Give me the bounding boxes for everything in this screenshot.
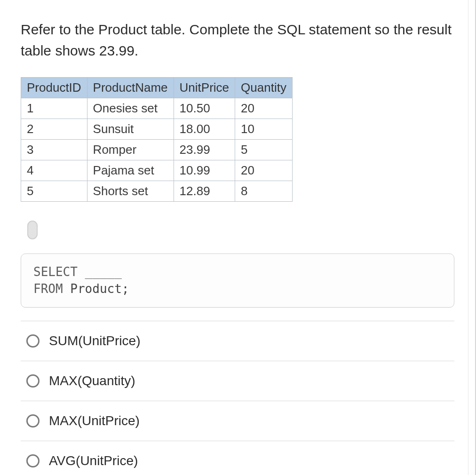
- cell: Pajama set: [87, 160, 174, 181]
- option-max-unitprice[interactable]: MAX(UnitPrice): [21, 401, 454, 441]
- product-table: ProductID ProductName UnitPrice Quantity…: [21, 77, 293, 202]
- cell: 18.00: [174, 119, 235, 140]
- cell: 20: [235, 98, 293, 119]
- question-text: Refer to the Product table. Complete the…: [21, 19, 454, 61]
- scroll-thumb-icon: [27, 221, 38, 239]
- cell: 5: [235, 140, 293, 160]
- radio-icon: [26, 414, 40, 428]
- sql-code-block: SELECT _____ FROM Product;: [21, 253, 454, 308]
- cell: 1: [21, 98, 87, 119]
- option-label: MAX(UnitPrice): [49, 413, 140, 428]
- sql-keyword-select: SELECT: [33, 265, 78, 279]
- table-row: 5 Shorts set 12.89 8: [21, 181, 293, 202]
- col-productname: ProductName: [87, 78, 174, 98]
- table-row: 3 Romper 23.99 5: [21, 140, 293, 160]
- cell: 8: [235, 181, 293, 202]
- sql-rest: Product;: [63, 282, 129, 296]
- cell: 10: [235, 119, 293, 140]
- answer-options: SUM(UnitPrice) MAX(Quantity) MAX(UnitPri…: [21, 321, 454, 475]
- cell: 12.89: [174, 181, 235, 202]
- option-sum-unitprice[interactable]: SUM(UnitPrice): [21, 321, 454, 361]
- option-label: MAX(Quantity): [49, 373, 135, 388]
- cell: Romper: [87, 140, 174, 160]
- cell: 10.50: [174, 98, 235, 119]
- cell: 10.99: [174, 160, 235, 181]
- table-row: 2 Sunsuit 18.00 10: [21, 119, 293, 140]
- cell: 23.99: [174, 140, 235, 160]
- table-row: 4 Pajama set 10.99 20: [21, 160, 293, 181]
- option-max-quantity[interactable]: MAX(Quantity): [21, 361, 454, 401]
- option-avg-unitprice[interactable]: AVG(UnitPrice): [21, 441, 454, 475]
- table-header-row: ProductID ProductName UnitPrice Quantity: [21, 78, 293, 98]
- cell: Sunsuit: [87, 119, 174, 140]
- col-unitprice: UnitPrice: [174, 78, 235, 98]
- cell: Shorts set: [87, 181, 174, 202]
- question-page: Refer to the Product table. Complete the…: [0, 0, 476, 475]
- sql-blank: _____: [78, 265, 122, 279]
- cell: 5: [21, 181, 87, 202]
- col-quantity: Quantity: [235, 78, 293, 98]
- cell: 4: [21, 160, 87, 181]
- cell: 2: [21, 119, 87, 140]
- option-label: SUM(UnitPrice): [49, 333, 140, 348]
- cell: Onesies set: [87, 98, 174, 119]
- radio-icon: [26, 454, 40, 467]
- col-productid: ProductID: [21, 78, 87, 98]
- option-label: AVG(UnitPrice): [49, 453, 138, 468]
- radio-icon: [26, 374, 40, 388]
- cell: 20: [235, 160, 293, 181]
- sql-keyword-from: FROM: [33, 282, 63, 296]
- table-row: 1 Onesies set 10.50 20: [21, 98, 293, 119]
- cell: 3: [21, 140, 87, 160]
- radio-icon: [26, 334, 40, 348]
